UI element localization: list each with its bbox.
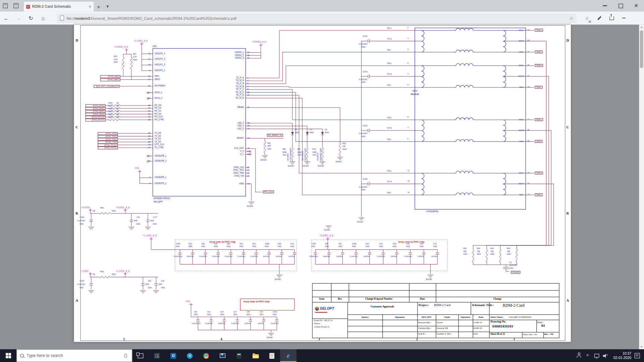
titleblock-text: Rev	[331, 297, 349, 300]
display-icon[interactable]	[592, 349, 601, 362]
favorites-hub-icon[interactable]: ☆	[582, 13, 592, 23]
net-flag: ETH0_RXD2	[86, 107, 106, 110]
taskbar-app-store-icon[interactable]	[149, 349, 165, 362]
pin-number: 7	[247, 85, 248, 87]
refdes: C18	[260, 311, 263, 313]
value: 680E	[282, 152, 286, 153]
taskbar-clock[interactable]: 10:37 02-01-2020	[613, 351, 631, 360]
tb-schematic-title-label: Schematic Title :	[472, 304, 494, 307]
more-options-icon[interactable]	[619, 13, 629, 23]
pin-number: 16	[527, 140, 529, 142]
refdes: C36	[214, 243, 217, 245]
taskbar-app-chrome-icon[interactable]	[198, 349, 214, 362]
refdes: R19	[342, 143, 346, 145]
action-center-icon[interactable]	[635, 353, 640, 358]
net-flag: ETH0_MDC	[100, 75, 120, 78]
browser-tab[interactable]: RDM-2 Card Schematic ×	[24, 2, 94, 11]
tab-list-chevron-icon[interactable]: ▼	[104, 2, 112, 11]
refdes: C36	[420, 243, 423, 245]
net-flag: TDR4+	[535, 172, 543, 175]
back-button[interactable]: ←	[1, 13, 11, 23]
pin-number: 37	[142, 146, 150, 148]
net-flag: ETH0_TXCLK	[98, 143, 118, 146]
tb-project-label: Project :	[419, 304, 429, 307]
ic-package: 48-LQFP	[154, 201, 163, 203]
tb-issue: 01	[541, 324, 545, 328]
taskbar-app-edge-icon[interactable]: e	[280, 349, 297, 362]
value: 75E	[477, 251, 480, 253]
value: 1uF/16V	[431, 256, 438, 257]
close-button[interactable]: ✕	[628, 0, 644, 11]
pin-name: MX4+	[509, 172, 524, 174]
address-bar[interactable]: file://modem3/General_Share/RDM2/RDM2_Ca…	[57, 13, 577, 23]
value: 0.1uF/16V	[77, 284, 85, 285]
tab-close-icon[interactable]: ×	[89, 4, 91, 9]
scroll-up-icon[interactable]: ▲	[639, 24, 644, 29]
net-flag: ETH0_TXCTL	[98, 146, 118, 149]
scrollbar-thumb[interactable]	[640, 31, 643, 68]
pin-name: TD_M_A	[215, 79, 244, 82]
scroll-down-icon[interactable]: ▼	[639, 344, 644, 349]
pin-number: 3	[408, 49, 409, 51]
pin-number: 12	[408, 192, 410, 194]
web-note-pen-icon[interactable]	[594, 13, 605, 23]
grid-letter: B	[567, 212, 569, 216]
home-button[interactable]: ⌂	[38, 13, 49, 23]
value: 75E	[490, 251, 494, 253]
pin-number: 8	[247, 88, 248, 90]
browser-tab-bar: RDM-2 Card Schematic × + ▼ ✕	[0, 0, 644, 11]
pin-number: 26	[142, 135, 150, 137]
refdes: C29	[194, 311, 197, 313]
people-icon[interactable]	[574, 349, 583, 362]
pin-name: MX3+	[509, 118, 524, 120]
taskbar-app-outlook-icon[interactable]: O	[165, 349, 181, 362]
pin-number: 12	[247, 106, 250, 108]
minimize-button[interactable]	[597, 0, 613, 11]
share-icon[interactable]	[606, 13, 617, 23]
vertical-scrollbar[interactable]: ▲ ▼	[639, 24, 644, 349]
volume-muted-icon[interactable]	[601, 349, 610, 362]
taskbar-app-notepad-icon[interactable]	[264, 349, 280, 362]
pin-name: LED_1	[215, 125, 244, 127]
maximize-button[interactable]	[613, 0, 629, 11]
start-button[interactable]	[0, 349, 16, 362]
taskbar-app-calculator-icon[interactable]	[231, 349, 247, 362]
taskbar-app-task-view-icon[interactable]	[132, 349, 149, 362]
pin-name: TX_D0	[154, 141, 161, 143]
tb-date: 15-08-19	[473, 321, 482, 323]
tb-rev: Rev : Nil	[544, 333, 553, 336]
pin-number: 5	[247, 82, 248, 84]
taskbar-app-mail-icon[interactable]	[214, 349, 231, 362]
taskbar-app-file-explorer-icon[interactable]	[247, 349, 264, 362]
refdes: C53	[252, 243, 256, 245]
taskbar-search[interactable]: Type here to search	[16, 349, 132, 362]
refdes: R44	[490, 248, 494, 250]
power-flag: 2.5V	[135, 168, 139, 170]
url-host: modem3	[75, 16, 90, 20]
refdes: C27	[233, 311, 237, 313]
microphone-icon[interactable]	[124, 354, 127, 358]
favorite-star-icon[interactable]: ☆	[569, 15, 573, 21]
grid-number: 2	[416, 338, 418, 341]
tb-name: Gururaj SM	[437, 326, 448, 329]
size: 0603	[295, 132, 299, 134]
set-aside-tabs-icon[interactable]	[1, 1, 10, 10]
value: DNP	[145, 284, 149, 285]
refdes: C141	[273, 311, 277, 313]
pin-name: TX_CTRL	[154, 146, 164, 149]
tray-chevron-icon[interactable]: ^	[583, 349, 592, 362]
screen: RDM-2 Card Schematic × + ▼ ✕ ← → ↻ ⌂ fil…	[0, 0, 644, 362]
new-tab-button[interactable]: +	[94, 2, 103, 11]
pin-name: RX_D2	[154, 107, 161, 109]
pin-number: 20	[247, 166, 250, 168]
pin-number: 21	[527, 75, 529, 77]
net-name: TD2+	[387, 62, 392, 64]
value: DNP	[134, 220, 138, 222]
pin-name: MX2-	[509, 86, 524, 88]
size: 0603	[342, 148, 346, 150]
pin-number: 31	[142, 58, 150, 60]
forward-button[interactable]: →	[13, 13, 24, 23]
refresh-button[interactable]: ↻	[25, 13, 36, 23]
taskbar-app-skype-icon[interactable]: S	[181, 349, 198, 362]
tab-preview-icon[interactable]	[11, 1, 20, 10]
